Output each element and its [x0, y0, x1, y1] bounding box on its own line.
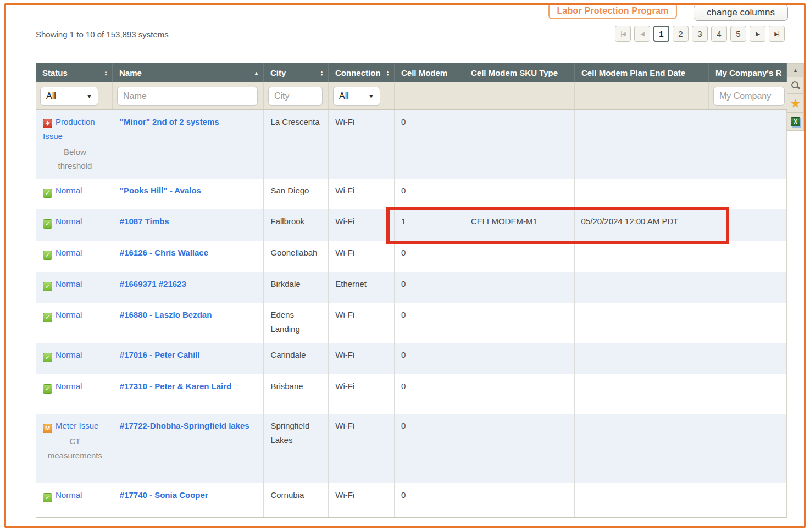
status-filter-value: All — [46, 91, 56, 101]
status-link[interactable]: Normal — [56, 217, 82, 226]
cell-modem-cell: 0 — [395, 343, 464, 374]
production-status-icon — [43, 119, 52, 128]
status-cell: ✓Normal — [36, 374, 113, 414]
name-filter-input[interactable] — [117, 87, 258, 106]
sku-cell — [464, 414, 575, 483]
column-header-status[interactable]: Status▲▼ — [36, 63, 113, 82]
change-columns-button[interactable]: change columns — [694, 4, 788, 21]
name-cell: #17310 - Peter & Karen Laird — [113, 374, 264, 414]
star-icon: ★ — [791, 98, 801, 109]
system-name-link[interactable]: #16126 - Chris Wallace — [120, 248, 208, 257]
chevron-down-icon: ▼ — [368, 93, 374, 99]
system-name-link[interactable]: #17016 - Peter Cahill — [120, 350, 200, 359]
table-row: ✓Normal#16880 - Laszlo BezdanEdens Landi… — [36, 303, 786, 343]
column-header-cell-modem: Cell Modem — [395, 63, 464, 82]
status-link[interactable]: Normal — [56, 248, 82, 257]
sku-cell — [464, 179, 575, 209]
column-header-name[interactable]: Name▲ — [113, 63, 264, 82]
favorites-button[interactable]: ★ — [787, 94, 804, 113]
normal-status-icon: ✓ — [43, 282, 52, 291]
company-cell — [708, 303, 786, 343]
cell-modem-cell: 0 — [395, 110, 464, 179]
name-cell: #17722-Dhobha-Springfield lakes — [113, 414, 264, 483]
name-cell: #17740 - Sonia Cooper — [113, 483, 264, 517]
labor-protection-program-button[interactable]: Labor Protection Program — [548, 3, 677, 19]
plan-end-date-cell — [575, 483, 709, 517]
page-button-5[interactable]: 5 — [730, 26, 746, 42]
page-button-1[interactable]: 1 — [653, 26, 669, 42]
city-filter-input[interactable] — [268, 87, 323, 106]
page-button-2[interactable]: 2 — [673, 26, 689, 42]
system-name-link[interactable]: #1669371 #21623 — [120, 279, 186, 289]
system-name-link[interactable]: "Pooks Hill" - Avalos — [120, 186, 201, 195]
sku-cell — [464, 110, 575, 179]
column-header-label: Connection — [335, 68, 384, 77]
sku-cell — [464, 374, 575, 414]
plan-end-date-cell — [575, 272, 709, 303]
column-header-city[interactable]: City▲▼ — [264, 63, 329, 82]
system-name-link[interactable]: "Minor" 2nd of 2 systems — [120, 117, 219, 126]
status-link[interactable]: Normal — [56, 279, 82, 289]
normal-status-icon: ✓ — [43, 189, 52, 198]
status-link[interactable]: Normal — [56, 381, 82, 391]
cell-modem-cell: 0 — [395, 374, 464, 414]
scrollbar-up-button[interactable]: ▲ — [787, 63, 804, 77]
connection-cell: Wi-Fi — [329, 241, 395, 272]
pagination: |◀ ◀ 12345 ▶ ▶| — [615, 26, 785, 42]
next-page-button[interactable]: ▶ — [750, 26, 765, 42]
first-page-icon: |◀ — [620, 31, 625, 37]
prev-page-button[interactable]: ◀ — [634, 26, 650, 42]
city-cell: Fallbrook — [264, 209, 329, 241]
table-row: ✓Normal"Pooks Hill" - AvalosSan DiegoWi-… — [36, 179, 786, 209]
connection-cell: Wi-Fi — [329, 110, 395, 179]
status-cell: MMeter IssueCT measurements — [36, 414, 113, 483]
last-page-button[interactable]: ▶| — [769, 26, 785, 42]
status-cell: ✓Normal — [36, 483, 113, 517]
connection-cell: Wi-Fi — [329, 179, 395, 209]
cell-modem-cell: 0 — [395, 272, 464, 303]
first-page-button[interactable]: |◀ — [615, 26, 631, 42]
table-filter-row: All ▼ All ▼ — [36, 82, 787, 110]
search-button[interactable] — [787, 77, 804, 94]
status-link[interactable]: Meter Issue — [56, 421, 98, 430]
chevron-down-icon: ▼ — [86, 93, 92, 99]
system-name-link[interactable]: #1087 Timbs — [120, 217, 169, 226]
table-body: Production IssueBelow threshold"Minor" 2… — [36, 110, 787, 518]
sort-icon[interactable]: ▲▼ — [320, 70, 324, 76]
status-link[interactable]: Normal — [56, 490, 82, 500]
normal-status-icon: ✓ — [43, 353, 52, 362]
connection-filter-select[interactable]: All ▼ — [333, 87, 380, 106]
city-cell: Edens Landing — [264, 303, 329, 343]
cell-modem-cell: 0 — [395, 179, 464, 209]
system-name-link[interactable]: #17310 - Peter & Karen Laird — [120, 381, 231, 391]
sort-icon[interactable]: ▲▼ — [104, 70, 108, 76]
system-name-link[interactable]: #17722-Dhobha-Springfield lakes — [120, 421, 249, 430]
status-link[interactable]: Normal — [56, 350, 82, 359]
sort-icon[interactable]: ▲▼ — [386, 70, 390, 76]
status-link[interactable]: Normal — [56, 310, 82, 319]
prev-page-icon: ◀ — [640, 31, 644, 37]
connection-cell: Wi-Fi — [329, 209, 395, 241]
city-cell: Springfield Lakes — [264, 414, 329, 483]
page-button-3[interactable]: 3 — [692, 26, 708, 42]
sku-cell — [464, 483, 575, 517]
table-row: ✓Normal#17016 - Peter CahillCarindaleWi-… — [36, 343, 786, 374]
plan-end-date-cell — [575, 241, 709, 272]
connection-filter-value: All — [339, 91, 349, 101]
company-filter-cell — [709, 82, 787, 109]
city-cell: La Crescenta — [264, 110, 329, 179]
status-filter-select[interactable]: All ▼ — [40, 87, 98, 106]
status-link[interactable]: Normal — [56, 186, 82, 195]
company-filter-input[interactable] — [713, 87, 785, 106]
status-cell: ✓Normal — [36, 272, 113, 303]
column-header-connection[interactable]: Connection▲▼ — [329, 63, 395, 82]
column-header-label: Cell Modem — [401, 68, 459, 77]
system-name-link[interactable]: #17740 - Sonia Cooper — [120, 490, 208, 500]
sort-asc-icon[interactable]: ▲ — [254, 70, 259, 76]
city-cell: Birkdale — [264, 272, 329, 303]
system-name-link[interactable]: #16880 - Laszlo Bezdan — [120, 310, 212, 319]
page-button-4[interactable]: 4 — [711, 26, 727, 42]
export-excel-button[interactable]: X — [787, 113, 804, 131]
connection-cell: Wi-Fi — [329, 303, 395, 343]
sub-status-text: CT measurements — [46, 434, 103, 462]
